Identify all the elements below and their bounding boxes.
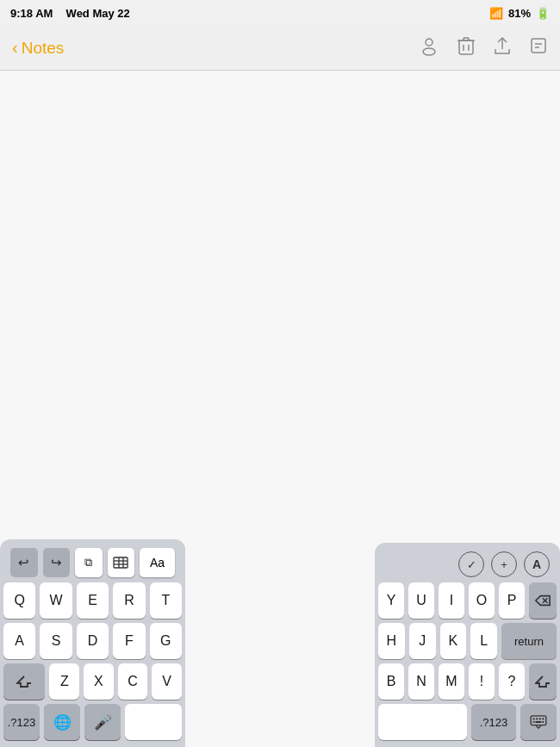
nav-title[interactable]: Notes xyxy=(22,39,65,58)
key-c[interactable]: C xyxy=(118,663,148,700)
key-k[interactable]: K xyxy=(440,623,467,659)
svg-point-1 xyxy=(423,48,435,55)
key-t[interactable]: T xyxy=(150,582,182,619)
key-q[interactable]: Q xyxy=(3,582,35,619)
battery-icon: 🔋 xyxy=(536,7,550,20)
navigation-bar: ‹ Notes xyxy=(0,26,560,71)
format-text-button[interactable]: Aa xyxy=(140,548,175,577)
key-a[interactable]: A xyxy=(3,623,35,659)
key-e[interactable]: E xyxy=(77,582,109,619)
table-button[interactable] xyxy=(108,548,135,577)
svg-rect-13 xyxy=(114,557,128,568)
key-f[interactable]: F xyxy=(113,623,145,659)
nav-right-group xyxy=(419,35,548,61)
redo-button[interactable]: ↪ xyxy=(43,548,71,577)
at-button[interactable]: A xyxy=(524,551,550,577)
key-g[interactable]: G xyxy=(150,623,182,659)
checkmark-button[interactable]: ✓ xyxy=(458,551,484,577)
key-s[interactable]: S xyxy=(40,623,72,659)
keyboard-dismiss-key[interactable] xyxy=(520,704,557,740)
nav-left-group: ‹ Notes xyxy=(12,38,64,58)
bottom-row-left: .?123 🌐 🎤 xyxy=(3,704,182,740)
keyboard-left[interactable]: ↩ ↪ ⧉ Aa Q W E R T A xyxy=(0,539,185,747)
key-b[interactable]: B xyxy=(378,663,404,700)
key-l[interactable]: L xyxy=(470,623,497,659)
numbers-key-right[interactable]: .?123 xyxy=(471,704,516,740)
backspace-key[interactable] xyxy=(529,582,557,619)
plus-button[interactable]: + xyxy=(491,551,517,577)
svg-point-0 xyxy=(426,39,432,46)
status-indicators: 📶 81% 🔋 xyxy=(489,7,550,20)
globe-key[interactable]: 🌐 xyxy=(44,704,80,740)
svg-rect-20 xyxy=(531,716,546,725)
key-p[interactable]: P xyxy=(499,582,525,619)
keyboard-toolbar-right: ✓ + A xyxy=(378,548,557,582)
shift-key-right[interactable] xyxy=(529,663,557,700)
key-question[interactable]: ? xyxy=(499,663,525,700)
svg-rect-10 xyxy=(532,39,545,53)
date-label: Wed May 22 xyxy=(66,7,130,20)
key-h[interactable]: H xyxy=(378,623,405,659)
undo-button[interactable]: ↩ xyxy=(10,548,38,577)
key-y[interactable]: Y xyxy=(378,582,404,619)
share-icon[interactable] xyxy=(493,35,512,60)
key-row-1-left: Q W E R T xyxy=(3,582,182,619)
status-time: 9:18 AM Wed May 22 xyxy=(10,7,130,20)
bottom-row-right: .?123 xyxy=(378,704,557,740)
edit-icon[interactable] xyxy=(529,36,548,59)
key-d[interactable]: D xyxy=(77,623,109,659)
key-row-3-left: Z X C V xyxy=(3,663,182,700)
numbers-key-left[interactable]: .?123 xyxy=(3,704,40,740)
svg-rect-2 xyxy=(459,40,473,54)
back-chevron-icon[interactable]: ‹ xyxy=(12,38,18,58)
keyboard-toolbar-left: ↩ ↪ ⧉ Aa xyxy=(3,545,182,582)
battery-label: 81% xyxy=(508,7,531,20)
key-row-2-right: H J K L return xyxy=(378,623,557,659)
return-key[interactable]: return xyxy=(501,623,557,659)
space-key-left[interactable] xyxy=(125,704,182,740)
key-exclaim[interactable]: ! xyxy=(469,663,495,700)
keyboard-right[interactable]: ✓ + A Y U I O P H J K L return xyxy=(375,543,560,747)
key-n[interactable]: N xyxy=(408,663,434,700)
key-m[interactable]: M xyxy=(439,663,464,700)
key-v[interactable]: V xyxy=(152,663,182,700)
key-o[interactable]: O xyxy=(469,582,495,619)
key-j[interactable]: J xyxy=(409,623,436,659)
key-w[interactable]: W xyxy=(40,582,72,619)
shift-key-left[interactable] xyxy=(3,663,45,700)
key-x[interactable]: X xyxy=(84,663,114,700)
space-key-right[interactable] xyxy=(378,704,467,740)
key-row-1-right: Y U I O P xyxy=(378,582,557,619)
time-label: 9:18 AM xyxy=(10,7,53,20)
key-z[interactable]: Z xyxy=(49,663,79,700)
paste-button[interactable]: ⧉ xyxy=(75,548,103,577)
key-row-3-right: B N M ! ? xyxy=(378,663,557,700)
key-r[interactable]: R xyxy=(113,582,145,619)
status-bar: 9:18 AM Wed May 22 📶 81% 🔋 xyxy=(0,0,560,26)
key-u[interactable]: U xyxy=(408,582,434,619)
key-row-2-left: A S D F G xyxy=(3,623,182,659)
person-icon[interactable] xyxy=(419,35,439,61)
mic-key[interactable]: 🎤 xyxy=(84,704,121,740)
key-i[interactable]: I xyxy=(439,582,464,619)
split-keyboard-container: ↩ ↪ ⧉ Aa Q W E R T A xyxy=(0,514,560,747)
wifi-icon: 📶 xyxy=(489,7,503,20)
trash-icon[interactable] xyxy=(457,35,476,60)
